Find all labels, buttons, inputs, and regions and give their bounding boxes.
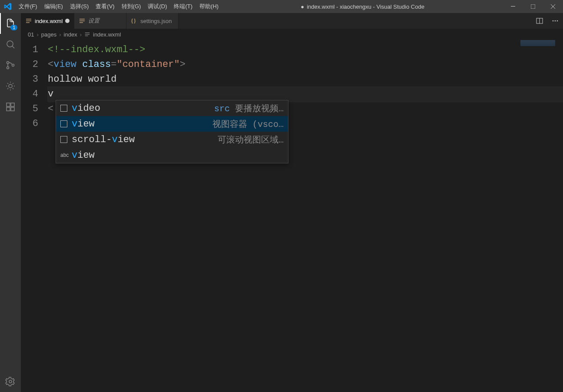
explorer-badge: 1	[10, 25, 17, 30]
split-editor-button[interactable]	[532, 13, 547, 29]
window-controls	[503, 0, 563, 13]
menu-bar: 文件(F) 编辑(E) 选择(S) 查看(V) 转到(G) 调试(D) 终端(T…	[15, 0, 222, 13]
code-pane[interactable]: <!--index.wxml--><view class="container"…	[48, 40, 563, 392]
minimap[interactable]	[520, 40, 555, 46]
element-kind-icon	[60, 136, 67, 143]
menu-debug[interactable]: 调试(D)	[144, 0, 170, 13]
chevron-right-icon: ›	[59, 31, 61, 38]
activity-bar: 1	[0, 13, 21, 392]
suggest-item[interactable]: videosrc 要播放视频…	[56, 100, 288, 116]
activity-settings[interactable]	[0, 371, 21, 392]
suggest-widget[interactable]: videosrc 要播放视频…view视图容器 (vsco…scroll-vie…	[56, 100, 288, 163]
menu-go[interactable]: 转到(G)	[118, 0, 145, 13]
svg-rect-7	[7, 103, 10, 106]
breadcrumb-segment[interactable]: index.wxml	[93, 31, 121, 38]
suggest-item[interactable]: scroll-view可滚动视图区域…	[56, 132, 288, 147]
svg-point-21	[553, 20, 554, 22]
code-line[interactable]: v	[48, 87, 563, 102]
svg-point-5	[12, 64, 14, 66]
tab-settings-json[interactable]: {}settings.json	[126, 13, 179, 29]
activity-search[interactable]	[0, 34, 21, 55]
activity-explorer[interactable]: 1	[0, 13, 21, 34]
titlebar: 文件(F) 编辑(E) 选择(S) 查看(V) 转到(G) 调试(D) 终端(T…	[0, 0, 563, 13]
suggest-detail: 视图容器 (vsco…	[212, 118, 284, 130]
menu-selection[interactable]: 选择(S)	[66, 0, 92, 13]
file-lines-icon	[25, 17, 32, 24]
line-number: 1	[21, 43, 38, 57]
suggest-item[interactable]: view视图容器 (vsco…	[56, 116, 288, 132]
file-lines-icon	[79, 17, 86, 24]
menu-help[interactable]: 帮助(H)	[196, 0, 222, 13]
breadcrumbs[interactable]: 01›pages›index›index.wxml	[21, 29, 563, 40]
svg-text:{}: {}	[131, 17, 136, 24]
svg-point-22	[555, 20, 556, 22]
chevron-right-icon: ›	[80, 31, 82, 38]
svg-point-4	[7, 67, 9, 69]
breadcrumb-segment[interactable]: index	[64, 31, 77, 38]
chevron-right-icon: ›	[36, 31, 38, 38]
window-title: ●index.wxml - xiaochengxu - Visual Studi…	[222, 3, 503, 10]
breadcrumb-segment[interactable]: pages	[41, 31, 56, 38]
editor-area: index.wxml设置{}settings.json 01›pages›ind…	[21, 13, 563, 392]
line-number: 2	[21, 57, 38, 72]
tab-label: index.wxml	[35, 18, 63, 24]
suggest-detail: 可滚动视图区域…	[218, 134, 284, 146]
svg-rect-8	[7, 107, 10, 111]
svg-rect-9	[11, 107, 14, 111]
line-number: 3	[21, 72, 38, 87]
line-number: 5	[21, 102, 38, 116]
vscode-logo	[0, 3, 15, 10]
json-icon: {}	[131, 17, 138, 24]
more-actions-button[interactable]	[547, 13, 563, 29]
line-number: 6	[21, 116, 38, 131]
svg-rect-10	[11, 103, 14, 106]
svg-point-23	[557, 20, 558, 22]
code-line[interactable]: hollow world	[48, 72, 563, 87]
menu-edit[interactable]: 编辑(E)	[41, 0, 66, 13]
element-kind-icon	[60, 105, 67, 112]
text-kind-icon: abc	[60, 152, 67, 158]
tab-label: 设置	[88, 17, 99, 25]
suggest-label: view	[72, 150, 95, 161]
menu-file[interactable]: 文件(F)	[15, 0, 41, 13]
suggest-item[interactable]: abcview	[56, 147, 288, 163]
tab-label: settings.json	[140, 18, 172, 24]
code-line[interactable]: <view class="container">	[48, 57, 563, 72]
line-gutter: 123456	[21, 40, 48, 392]
close-button[interactable]	[543, 0, 563, 13]
menu-view[interactable]: 查看(V)	[92, 0, 118, 13]
tab--[interactable]: 设置	[74, 13, 126, 29]
svg-rect-0	[511, 6, 515, 7]
suggest-detail: src 要播放视频…	[214, 103, 284, 114]
maximize-button[interactable]	[523, 0, 543, 13]
svg-point-11	[9, 380, 12, 383]
tabs-row: index.wxml设置{}settings.json	[21, 13, 563, 29]
file-lines-icon	[84, 31, 90, 37]
activity-source-control[interactable]	[0, 55, 21, 76]
line-number: 4	[21, 87, 38, 102]
editor-body[interactable]: 123456 <!--index.wxml--><view class="con…	[21, 40, 563, 392]
dirty-indicator-icon	[65, 19, 70, 23]
menu-terminal[interactable]: 终端(T)	[170, 0, 196, 13]
code-line[interactable]: <!--index.wxml-->	[48, 43, 563, 57]
svg-rect-1	[531, 4, 535, 9]
activity-extensions[interactable]	[0, 96, 21, 117]
breadcrumb-segment[interactable]: 01	[28, 31, 34, 38]
dirty-indicator-title: ●	[301, 3, 304, 10]
suggest-label: video	[72, 103, 100, 114]
tab-index-wxml[interactable]: index.wxml	[21, 13, 74, 29]
suggest-label: view	[72, 119, 95, 130]
svg-point-6	[9, 84, 12, 88]
suggest-label: scroll-view	[72, 134, 135, 145]
svg-point-2	[7, 41, 13, 47]
activity-debug[interactable]	[0, 76, 21, 96]
svg-point-3	[7, 62, 9, 64]
minimize-button[interactable]	[503, 0, 523, 13]
element-kind-icon	[60, 120, 67, 127]
